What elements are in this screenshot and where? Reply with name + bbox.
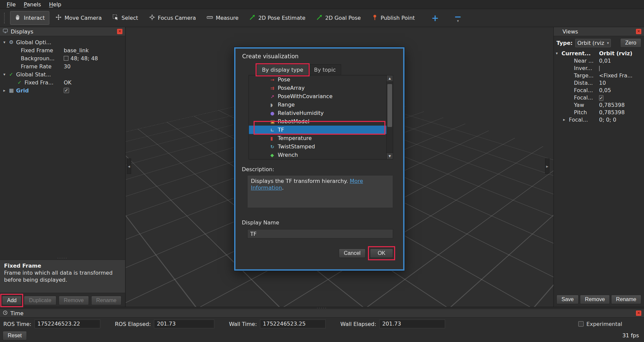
- reset-button[interactable]: Reset: [3, 331, 27, 340]
- toolbar: Interact Move Camera Select Focus Camera…: [0, 9, 644, 27]
- zero-button[interactable]: Zero: [620, 38, 641, 48]
- menu-file[interactable]: File: [3, 1, 20, 8]
- list-item-posearray[interactable]: ⇉PoseArray: [249, 84, 393, 92]
- views-panel-header[interactable]: Views ×: [554, 27, 644, 36]
- list-item-posewithcovariance[interactable]: ↗PoseWithCovariance: [249, 92, 393, 100]
- row-current-view[interactable]: ▾Current... Orbit (rviz): [554, 50, 644, 57]
- frame-rate-value[interactable]: 30: [64, 63, 125, 70]
- list-item-label: PoseArray: [278, 85, 305, 91]
- collapse-arrow-icon[interactable]: ▸: [563, 117, 569, 122]
- collapse-left-panel-arrow[interactable]: ◂: [127, 158, 131, 174]
- collapse-arrow-icon[interactable]: ▸: [3, 88, 9, 93]
- displays-buttons: Add Duplicate Remove Rename: [0, 293, 125, 305]
- row-near-clip[interactable]: Near ... 0,01: [554, 57, 644, 64]
- menu-help[interactable]: Help: [45, 1, 65, 8]
- save-view-button[interactable]: Save: [556, 295, 579, 304]
- collapse-right-panel-arrow[interactable]: ▸: [545, 158, 549, 174]
- property-value: Orbit (rviz): [599, 50, 644, 57]
- fixed-frame-value[interactable]: base_link: [64, 47, 125, 54]
- row-yaw[interactable]: Yaw 0,785398: [554, 101, 644, 109]
- rename-view-button[interactable]: Rename: [611, 295, 641, 304]
- status-value: OK: [64, 79, 125, 86]
- panel-splitter-handle[interactable]: ·····: [0, 257, 125, 260]
- interact-tool-button[interactable]: Interact: [10, 11, 49, 25]
- row-global-status[interactable]: ▾ ✓ Global Stat...: [0, 70, 125, 78]
- list-item-tf-selected[interactable]: ∟ TF: [249, 126, 393, 134]
- view-type-dropdown[interactable]: Orbit (rviz ▾: [575, 39, 611, 47]
- pose-estimate-tool-button[interactable]: 2D Pose Estimate: [245, 11, 310, 25]
- measure-tool-button[interactable]: Measure: [202, 11, 243, 25]
- invert-z-checkbox[interactable]: [599, 66, 600, 71]
- grid-enabled-checkbox[interactable]: ✓: [64, 88, 69, 93]
- list-item-pose[interactable]: →Pose: [249, 75, 393, 84]
- add-tool-button[interactable]: +: [427, 13, 444, 23]
- row-global-options[interactable]: ▾ ⚙ Global Opti...: [0, 38, 125, 46]
- close-icon[interactable]: ×: [117, 29, 122, 34]
- close-icon[interactable]: ×: [636, 311, 641, 316]
- close-icon[interactable]: ×: [636, 29, 641, 34]
- row-invert-z[interactable]: Inver...: [554, 64, 644, 72]
- chevron-down-icon: ▾: [607, 41, 609, 45]
- list-scrollbar[interactable]: ▲ ▼: [386, 75, 393, 159]
- list-item-robotmodel[interactable]: ▣RobotModel: [249, 117, 393, 126]
- cancel-button[interactable]: Cancel: [339, 249, 366, 258]
- tab-by-topic[interactable]: By topic: [309, 64, 341, 75]
- row-frame-rate[interactable]: Frame Rate 30: [0, 62, 125, 70]
- row-pitch[interactable]: Pitch 0,785398: [554, 109, 644, 116]
- focal-shape-checkbox[interactable]: ✓: [599, 95, 603, 101]
- add-display-button[interactable]: Add: [2, 296, 21, 305]
- row-grid-display[interactable]: ▸ ▦ Grid ✓: [0, 86, 125, 94]
- row-fixed-frame[interactable]: Fixed Frame base_link: [0, 46, 125, 54]
- expand-arrow-icon[interactable]: ▾: [556, 51, 561, 56]
- display-name-input[interactable]: [247, 229, 393, 238]
- property-value[interactable]: 0,785398: [599, 102, 644, 108]
- expand-arrow-icon[interactable]: ▾: [3, 72, 9, 77]
- rename-display-button[interactable]: Rename: [91, 296, 121, 305]
- toolbar-drag-handle[interactable]: [4, 13, 6, 23]
- menu-panels[interactable]: Panels: [20, 1, 45, 8]
- experimental-checkbox[interactable]: [578, 321, 584, 327]
- select-tool-button[interactable]: Select: [108, 11, 143, 25]
- move-camera-tool-button[interactable]: Move Camera: [51, 11, 106, 25]
- list-item-twiststamped[interactable]: ↻TwistStamped: [249, 142, 393, 151]
- tab-by-display-type[interactable]: By display type: [257, 64, 309, 75]
- property-value[interactable]: 0; 0; 0: [599, 117, 644, 123]
- view-type-row: Type: Orbit (rviz ▾ Zero: [554, 36, 644, 50]
- scroll-down-icon[interactable]: ▼: [387, 153, 393, 159]
- remove-display-button[interactable]: Remove: [59, 296, 89, 305]
- list-item-temperature[interactable]: ▮Temperature: [249, 134, 393, 142]
- property-value[interactable]: 0,01: [599, 58, 644, 64]
- row-distance[interactable]: Dista... 10: [554, 79, 644, 86]
- property-value[interactable]: 0,785398: [599, 109, 644, 116]
- row-focal-point[interactable]: ▸Focal... 0; 0; 0: [554, 116, 644, 123]
- property-value[interactable]: <Fixed Fra...: [599, 72, 644, 79]
- row-focal-shape-size[interactable]: Focal... 0,05: [554, 86, 644, 94]
- ros-elapsed-value: 201.73: [154, 320, 214, 328]
- focus-camera-tool-button[interactable]: Focus Camera: [144, 11, 201, 25]
- time-panel-header[interactable]: Time ×: [0, 309, 644, 318]
- property-value[interactable]: 10: [599, 80, 644, 86]
- chevron-down-icon: ▾: [457, 20, 459, 22]
- ok-button[interactable]: OK: [370, 249, 393, 258]
- row-focal-shape-fixed[interactable]: Focal... ✓: [554, 94, 644, 101]
- list-item-wrench[interactable]: ◆Wrench: [249, 151, 393, 159]
- displays-panel-header[interactable]: Displays ×: [0, 27, 125, 36]
- list-item-relativehumidity[interactable]: ●RelativeHumidity: [249, 109, 393, 117]
- publish-point-tool-button[interactable]: Publish Point: [367, 11, 420, 25]
- remove-tool-button[interactable]: − ▾: [449, 14, 466, 22]
- row-fixed-frame-status[interactable]: ✓ Fixed Fra... OK: [0, 78, 125, 86]
- duplicate-display-button[interactable]: Duplicate: [24, 296, 56, 305]
- row-background-color[interactable]: Backgroun... 48; 48; 48: [0, 54, 125, 62]
- property-label: Backgroun...: [21, 55, 55, 62]
- time-bottom-row: Reset 31 fps: [0, 330, 644, 342]
- property-value[interactable]: 0,05: [599, 87, 644, 93]
- scroll-up-icon[interactable]: ▲: [387, 75, 393, 82]
- expand-arrow-icon[interactable]: ▾: [3, 40, 9, 45]
- list-item-label: TF: [278, 127, 284, 133]
- color-swatch[interactable]: [64, 56, 68, 61]
- list-item-range[interactable]: ◗Range: [249, 100, 393, 109]
- remove-view-button[interactable]: Remove: [580, 295, 610, 304]
- goal-pose-tool-button[interactable]: 2D Goal Pose: [312, 11, 366, 25]
- row-target-frame[interactable]: Targe... <Fixed Fra...: [554, 72, 644, 79]
- scrollbar-thumb[interactable]: [387, 84, 392, 127]
